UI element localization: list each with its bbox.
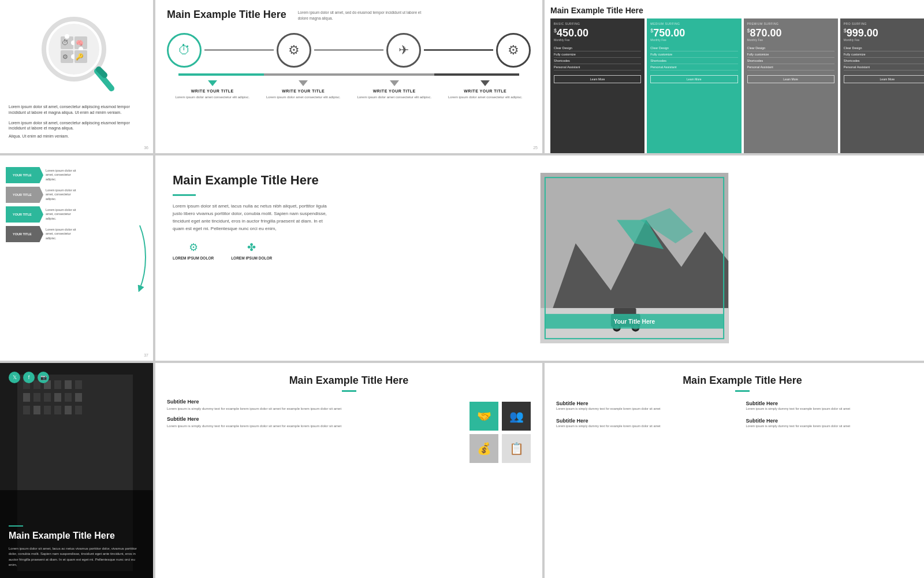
cycle-arrow	[131, 223, 148, 294]
subtitle-body-2: Lorem ipsum is simply dummy text for exa…	[167, 424, 461, 429]
pricing-btn-basic[interactable]: Learn More	[554, 75, 641, 83]
svg-rect-50	[44, 406, 51, 414]
slide-1-page-num: 36	[144, 146, 148, 150]
slide-1-text-3: Aliqua. Ut enim ad minim veniam.	[9, 134, 144, 139]
pricing-basic-label: BASIC SURFING	[554, 22, 641, 25]
icon-clock: ⏱	[167, 33, 202, 68]
icon-doc: 📋	[502, 434, 531, 463]
svg-text:Your Title Here: Your Title Here	[614, 318, 655, 325]
slide-6-body: Lorem ipsum dolor sit amet, lacus nulla …	[173, 203, 334, 232]
icon-grid: 🤝 👥 💰 📋	[470, 402, 531, 463]
slide-9-left: Subtitle Here Lorem ipsum is simply dumm…	[167, 399, 461, 463]
pricing-medium: MEDIUM SURFING $750.00 Monthly Fee Clear…	[647, 18, 741, 153]
subtitle-body-1: Lorem ipsum is simply dummy text for exa…	[167, 406, 461, 412]
slide-9-header: Main Example Title Here	[167, 375, 531, 392]
icon-col-3: WRITE YOUR TITLE Lorem ipsum dolor amet …	[349, 80, 440, 99]
pricing-btn-premium[interactable]: Learn More	[747, 75, 834, 83]
slide-2-labels: WRITE YOUR TITLE Lorem ipsum dolor amet …	[167, 80, 531, 99]
chevron-4	[480, 80, 490, 86]
svg-rect-39	[54, 380, 61, 389]
pricing-feat-1a: Clear Design	[554, 45, 641, 51]
svg-rect-47	[75, 393, 82, 402]
slide-10: Main Example Title Here Subtitle Here Lo…	[545, 363, 924, 578]
icon-gear: ⚙	[277, 33, 311, 68]
slide-2: Main Example Title Here Lorem ipsum dolo…	[155, 0, 542, 153]
s10-label-1: Subtitle Here	[556, 401, 739, 406]
pricing-pro-price: $999.00	[844, 28, 924, 38]
pricing-feat-1c: Clear Design	[747, 45, 834, 51]
svg-rect-43	[33, 393, 40, 402]
subtitle-label-2: Subtitle Here	[167, 416, 461, 422]
svg-text:⏱: ⏱	[62, 39, 69, 47]
slide-10-title: Main Example Title Here	[556, 375, 924, 387]
arrow-label-3: YOUR TITLE	[6, 206, 43, 223]
slide-6-title: Main Example Title Here	[173, 173, 334, 187]
icon-plane: ✈	[386, 33, 421, 68]
icon-col-body-4: Lorem ipsum dolor amet consectetur elit …	[440, 95, 531, 99]
svg-rect-44	[44, 393, 51, 402]
pricing-basic-price: $450.00	[554, 28, 641, 38]
svg-rect-41	[75, 380, 82, 389]
main-grid: ⏱ 🧠 ⚙ 🔑 Lorem ipsum dolor sit amet, cons…	[0, 0, 924, 578]
pricing-medium-label: MEDIUM SURFING	[650, 22, 737, 25]
pricing-premium-price: $870.00	[747, 28, 834, 38]
slide-1-text-1: Lorem ipsum dolor sit amet, consectetur …	[9, 104, 144, 116]
arrow-row-2: YOUR TITLE Lorem ipsum dolor sitamet, co…	[6, 187, 147, 203]
slide-1: ⏱ 🧠 ⚙ 🔑 Lorem ipsum dolor sit amet, cons…	[0, 0, 153, 153]
slide-6-divider	[173, 194, 196, 196]
arrow-body-3: Lorem ipsum dolor sitamet, consecteturad…	[46, 208, 76, 220]
icon-item-1: ⚙ LOREM IPSUM DOLOR	[173, 241, 214, 260]
pricing-feat-3a: Shortcodes	[554, 58, 641, 64]
slide-3-title: Main Example Title Here	[550, 6, 924, 15]
chevron-2	[299, 80, 308, 86]
arrow-label-4: YOUR TITLE	[6, 226, 43, 242]
slide-10-divider	[735, 390, 750, 392]
svg-rect-40	[65, 380, 72, 389]
pricing-feat-2d: Fully customize	[844, 51, 924, 58]
slide8-twitter: 𝕏	[9, 372, 20, 383]
svg-text:🧠: 🧠	[76, 39, 84, 47]
pricing-feat-4d: Personal Assistant	[844, 64, 924, 71]
svg-rect-48	[23, 406, 30, 414]
arrow-body-1: Lorem ipsum dolor sitamet, consecteturad…	[46, 169, 76, 181]
icon-item-2: ✤ LOREM IPSUM DOLOR	[231, 241, 272, 260]
icon-col-title-2: WRITE YOUR TITLE	[258, 89, 349, 93]
svg-rect-42	[23, 393, 30, 402]
pricing-feat-1d: Clear Design	[844, 45, 924, 51]
pricing-feat-4c: Personal Assistant	[747, 64, 834, 71]
slide-2-title: Main Example Title Here	[167, 9, 286, 21]
icon-col-title-1: WRITE YOUR TITLE	[167, 89, 258, 93]
icon-col-body-2: Lorem ipsum dolor amet consectetur elit …	[258, 95, 349, 99]
pricing-premium: PREMIUM SURFING $870.00 Monthly Fee Clea…	[744, 18, 838, 153]
icon-col-4: WRITE YOUR TITLE Lorem ipsum dolor amet …	[440, 80, 531, 99]
arrow-body-2: Lorem ipsum dolor sitamet, consecteturad…	[46, 188, 76, 201]
pricing-btn-pro[interactable]: Learn More	[844, 75, 924, 83]
slide-8-body: Lorem ipsum dolor sit amet, lacus ac net…	[9, 546, 144, 568]
svg-rect-53	[75, 406, 82, 414]
pricing-feat-2b: Fully customize	[650, 51, 737, 58]
slide-6-icon-row: ⚙ LOREM IPSUM DOLOR ✤ LOREM IPSUM DOLOR	[173, 241, 334, 260]
chevron-3	[390, 80, 399, 86]
pricing-btn-medium[interactable]: Learn More	[650, 75, 737, 83]
pricing-feat-3c: Shortcodes	[747, 58, 834, 64]
pricing-feat-4a: Personal Assistant	[554, 64, 641, 71]
icon-label-2: LOREM IPSUM DOLOR	[231, 256, 272, 260]
pricing-grid: BASIC SURFING $450.00 Monthly Fee Clear …	[550, 18, 924, 153]
pricing-medium-mo: Monthly Fee	[650, 38, 737, 42]
slide-8-accent	[9, 525, 23, 527]
pricing-premium-mo: Monthly Fee	[747, 38, 834, 42]
slide-8-social: 𝕏 f 📷	[9, 372, 49, 383]
icon-col-body-1: Lorem ipsum dolor amet consectetur elit …	[167, 95, 258, 99]
s10-label-2: Subtitle Here	[746, 401, 925, 406]
slide-10-grid: Subtitle Here Lorem ipsum is simply dumm…	[556, 401, 924, 429]
chevron-1	[208, 80, 217, 86]
s10-body-4: Lorem ipsum is simply dummy text for exa…	[746, 424, 925, 428]
icon-label-1: LOREM IPSUM DOLOR	[173, 256, 214, 260]
svg-point-1	[49, 24, 99, 75]
slide-5-arrows: YOUR TITLE Lorem ipsum dolor sitamet, co…	[6, 167, 147, 242]
mountain-svg: Your Title Here	[346, 173, 923, 343]
icon-handshake: 🤝	[470, 402, 498, 431]
pricing-pro: PRO SURFING $999.00 Monthly Fee Clear De…	[840, 18, 924, 153]
slide-2-page-num: 25	[533, 146, 538, 150]
s10-body-1: Lorem ipsum is simply dummy text for exa…	[556, 406, 739, 411]
